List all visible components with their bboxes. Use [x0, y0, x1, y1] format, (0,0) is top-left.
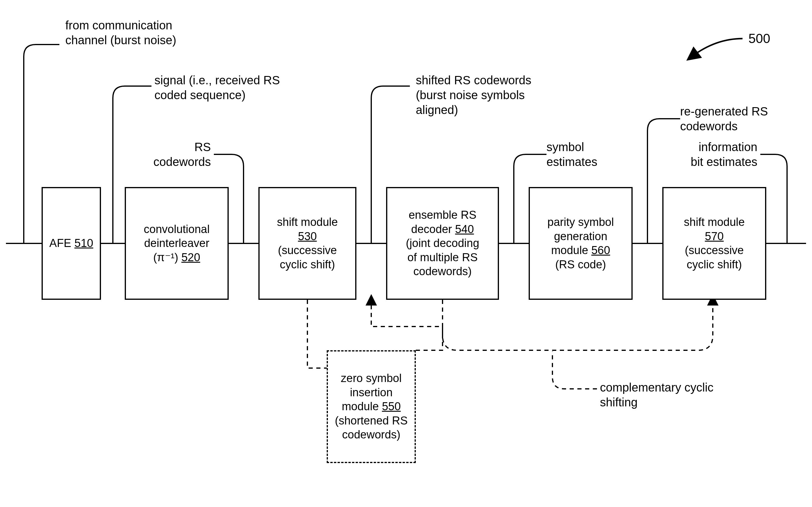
label-channel: from communication channel (burst noise): [65, 18, 220, 48]
label-signal: signal (i.e., received RS coded sequence…: [154, 73, 321, 102]
label-symbol-estimates: symbol estimates: [546, 139, 630, 169]
block-deinterleaver-text: convolutional deinterleaver (π⁻¹) 520: [144, 222, 210, 265]
label-regenerated: re-generated RS codewords: [680, 104, 805, 133]
block-shift-2-text: shift module 570 (successive cyclic shif…: [684, 215, 745, 272]
block-parity-gen-text: parity symbol generation module 560 (RS …: [547, 215, 614, 272]
block-ensemble-decoder-text: ensemble RS decoder 540 (joint decoding …: [406, 208, 479, 279]
block-ensemble-decoder: ensemble RS decoder 540 (joint decoding …: [386, 187, 499, 300]
block-zero-insertion: zero symbol insertion module 550 (shorte…: [327, 350, 416, 463]
label-complementary: complementary cyclic shifting: [600, 380, 754, 410]
block-parity-gen: parity symbol generation module 560 (RS …: [529, 187, 633, 300]
label-rs-codewords: RS codewords: [128, 139, 211, 169]
label-info-bits: information bit estimates: [671, 139, 757, 169]
block-afe: AFE 510: [42, 187, 101, 300]
block-shift-1: shift module 530 (successive cyclic shif…: [258, 187, 357, 300]
block-zero-insertion-text: zero symbol insertion module 550 (shorte…: [335, 371, 408, 442]
block-deinterleaver: convolutional deinterleaver (π⁻¹) 520: [125, 187, 229, 300]
figure-number: 500: [748, 31, 770, 46]
block-shift-1-text: shift module 530 (successive cyclic shif…: [277, 215, 338, 272]
label-shifted: shifted RS codewords (burst noise symbol…: [416, 73, 582, 117]
block-shift-2: shift module 570 (successive cyclic shif…: [662, 187, 766, 300]
block-afe-text: AFE 510: [49, 236, 93, 250]
diagram-canvas: AFE 510 convolutional deinterleaver (π⁻¹…: [0, 0, 812, 507]
